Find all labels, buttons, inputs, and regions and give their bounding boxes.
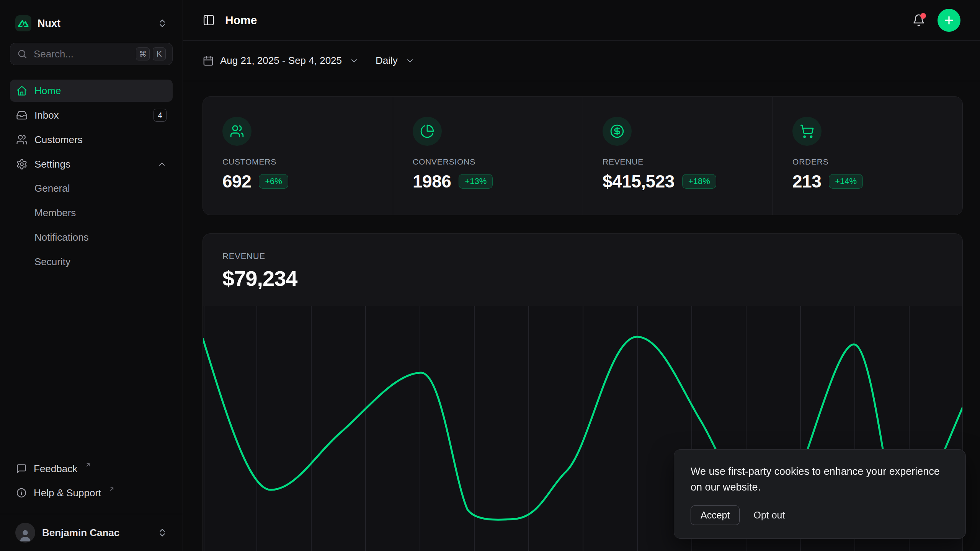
sidebar-item-label: Customers	[34, 134, 83, 146]
k-key: K	[153, 47, 166, 60]
chevron-up-icon	[157, 160, 167, 169]
gear-icon	[16, 158, 28, 170]
page-title: Home	[225, 14, 257, 27]
revenue-chart-value: $79,234	[222, 266, 943, 291]
chevrons-up-down-icon	[157, 528, 167, 538]
nuxt-logo	[15, 15, 31, 31]
pie-chart-icon	[413, 117, 442, 146]
info-circle-icon	[16, 487, 27, 498]
sidebar-spacer	[0, 276, 183, 458]
date-range-value: Aug 21, 2025 - Sep 4, 2025	[220, 55, 342, 67]
stat-value: 1986	[413, 171, 451, 192]
opt-out-button[interactable]: Opt out	[753, 510, 785, 521]
stat-label: ORDERS	[792, 157, 943, 166]
sidebar-item-inbox[interactable]: Inbox 4	[10, 104, 173, 126]
search-icon	[17, 49, 28, 59]
date-range-picker[interactable]: Aug 21, 2025 - Sep 4, 2025	[203, 55, 359, 67]
users-icon	[16, 134, 28, 145]
user-menu[interactable]: Benjamin Canac	[0, 514, 183, 551]
inbox-count-badge: 4	[154, 109, 167, 122]
avatar	[15, 523, 35, 543]
search-input[interactable]: Search... ⌘ K	[10, 43, 173, 65]
sidebar-nav: Home Inbox 4 Customers Settings General	[10, 80, 173, 276]
stat-label: CONVERSIONS	[413, 157, 563, 166]
sidebar-item-settings[interactable]: Settings	[10, 153, 173, 175]
external-link-icon	[109, 486, 115, 492]
notifications-button[interactable]	[912, 14, 925, 27]
notification-dot	[920, 13, 926, 19]
cookie-consent-toast: We use first-party cookies to enhance yo…	[674, 449, 966, 539]
sidebar-subitem-general[interactable]: General	[10, 178, 173, 199]
stat-card-customers: CUSTOMERS 692 +6%	[203, 97, 393, 215]
inbox-icon	[16, 109, 28, 121]
sidebar-item-home[interactable]: Home	[10, 80, 173, 102]
sub-item-label: Members	[34, 207, 76, 219]
workspace-name: Nuxt	[38, 18, 60, 29]
sidebar-subitem-security[interactable]: Security	[10, 251, 173, 272]
search-shortcut: ⌘ K	[136, 47, 166, 60]
stat-label: CUSTOMERS	[222, 157, 373, 166]
users-icon	[222, 117, 252, 146]
add-button[interactable]	[938, 9, 960, 32]
stat-value: $415,523	[603, 171, 675, 192]
page-header: Home	[183, 0, 980, 41]
stat-delta-badge: +13%	[459, 174, 493, 189]
external-link-icon	[85, 462, 91, 468]
meta-key: ⌘	[136, 47, 150, 60]
sub-item-label: General	[34, 183, 70, 194]
chevron-down-icon	[405, 56, 415, 65]
feedback-link[interactable]: Feedback	[10, 458, 173, 479]
sidebar-footer: Feedback Help & Support	[10, 458, 173, 506]
cookie-message: We use first-party cookies to enhance yo…	[691, 464, 949, 495]
footer-item-label: Feedback	[34, 463, 77, 475]
speech-bubble-icon	[16, 463, 27, 474]
accept-button[interactable]: Accept	[691, 505, 740, 525]
sidebar-item-label: Settings	[34, 158, 70, 170]
revenue-chart-label: REVENUE	[222, 251, 943, 261]
cart-icon	[792, 117, 822, 146]
stat-label: REVENUE	[603, 157, 753, 166]
sidebar-item-label: Inbox	[34, 109, 59, 121]
stat-card-conversions: CONVERSIONS 1986 +13%	[393, 97, 583, 215]
stat-value: 692	[222, 171, 251, 192]
user-name: Benjamin Canac	[42, 527, 119, 539]
stat-delta-badge: +14%	[829, 174, 863, 189]
help-support-link[interactable]: Help & Support	[10, 482, 173, 504]
sidebar-item-customers[interactable]: Customers	[10, 129, 173, 151]
sidebar-subitem-notifications[interactable]: Notifications	[10, 227, 173, 248]
plus-icon	[943, 14, 955, 26]
stats-cards: CUSTOMERS 692 +6% CONVERSIONS 1986 +13%	[203, 96, 963, 215]
stat-delta-badge: +6%	[259, 174, 288, 189]
workspace-selector[interactable]: Nuxt	[10, 10, 173, 37]
period-select[interactable]: Daily	[376, 55, 415, 67]
sub-item-label: Security	[34, 256, 70, 268]
toolbar: Aug 21, 2025 - Sep 4, 2025 Daily	[183, 41, 980, 81]
sub-item-label: Notifications	[34, 231, 89, 243]
sidebar-item-label: Home	[34, 85, 61, 97]
sidebar-subitem-members[interactable]: Members	[10, 202, 173, 223]
stat-card-revenue: REVENUE $415,523 +18%	[583, 97, 773, 215]
stat-delta-badge: +18%	[682, 174, 716, 189]
stat-value: 213	[792, 171, 821, 192]
calendar-icon	[203, 55, 214, 67]
search-placeholder: Search...	[34, 48, 74, 60]
chevrons-up-down-icon	[157, 18, 167, 28]
chevron-down-icon	[350, 56, 359, 65]
home-icon	[16, 85, 28, 96]
period-value: Daily	[376, 55, 398, 67]
footer-item-label: Help & Support	[34, 487, 101, 499]
stat-card-orders: ORDERS 213 +14%	[773, 97, 962, 215]
panel-left-icon[interactable]	[203, 14, 215, 26]
sidebar: Nuxt Search... ⌘ K Home Inbox 4	[0, 0, 183, 551]
dollar-circle-icon	[603, 117, 632, 146]
